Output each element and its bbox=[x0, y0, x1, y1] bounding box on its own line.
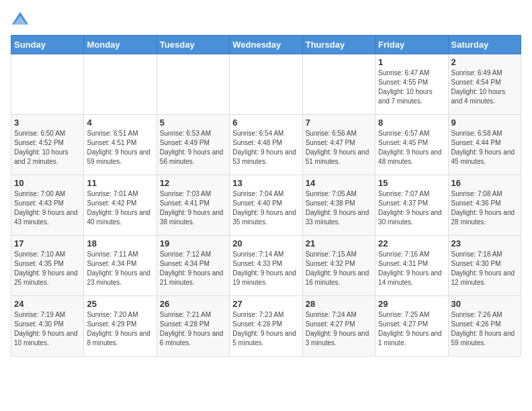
day-number: 21 bbox=[306, 238, 372, 248]
day-number: 14 bbox=[306, 178, 372, 188]
column-header-monday: Monday bbox=[84, 36, 157, 54]
calendar-cell bbox=[230, 54, 302, 115]
day-info: Sunrise: 7:01 AM Sunset: 4:42 PM Dayligh… bbox=[87, 189, 153, 227]
calendar-cell: 11Sunrise: 7:01 AM Sunset: 4:42 PM Dayli… bbox=[84, 175, 157, 236]
week-row-4: 17Sunrise: 7:10 AM Sunset: 4:35 PM Dayli… bbox=[11, 236, 521, 296]
calendar-cell: 7Sunrise: 6:56 AM Sunset: 4:47 PM Daylig… bbox=[302, 115, 375, 175]
header-row: SundayMondayTuesdayWednesdayThursdayFrid… bbox=[11, 36, 521, 54]
day-number: 4 bbox=[87, 118, 153, 128]
calendar-cell bbox=[302, 54, 375, 115]
day-info: Sunrise: 6:53 AM Sunset: 4:49 PM Dayligh… bbox=[160, 129, 226, 167]
week-row-3: 10Sunrise: 7:00 AM Sunset: 4:43 PM Dayli… bbox=[11, 175, 521, 236]
calendar-cell: 14Sunrise: 7:05 AM Sunset: 4:38 PM Dayli… bbox=[302, 175, 375, 236]
calendar-cell: 18Sunrise: 7:11 AM Sunset: 4:34 PM Dayli… bbox=[84, 236, 157, 296]
week-row-5: 24Sunrise: 7:19 AM Sunset: 4:30 PM Dayli… bbox=[11, 296, 521, 357]
calendar-cell: 13Sunrise: 7:04 AM Sunset: 4:40 PM Dayli… bbox=[230, 175, 302, 236]
day-info: Sunrise: 7:14 AM Sunset: 4:33 PM Dayligh… bbox=[232, 250, 299, 287]
day-number: 3 bbox=[14, 118, 81, 128]
column-header-thursday: Thursday bbox=[302, 36, 375, 54]
day-number: 25 bbox=[87, 299, 153, 309]
day-number: 11 bbox=[87, 178, 153, 188]
day-number: 5 bbox=[160, 118, 226, 128]
calendar-cell: 8Sunrise: 6:57 AM Sunset: 4:45 PM Daylig… bbox=[375, 115, 448, 175]
calendar-cell: 4Sunrise: 6:51 AM Sunset: 4:51 PM Daylig… bbox=[84, 115, 157, 175]
day-number: 28 bbox=[306, 299, 372, 309]
day-number: 18 bbox=[87, 238, 153, 248]
day-number: 13 bbox=[232, 178, 299, 188]
day-number: 22 bbox=[378, 238, 445, 248]
day-info: Sunrise: 6:58 AM Sunset: 4:44 PM Dayligh… bbox=[451, 129, 518, 167]
day-info: Sunrise: 7:03 AM Sunset: 4:41 PM Dayligh… bbox=[160, 189, 226, 227]
day-number: 23 bbox=[451, 238, 518, 248]
calendar-cell: 17Sunrise: 7:10 AM Sunset: 4:35 PM Dayli… bbox=[11, 236, 84, 296]
column-header-wednesday: Wednesday bbox=[230, 36, 302, 54]
day-number: 26 bbox=[160, 299, 226, 309]
logo bbox=[11, 11, 32, 30]
column-header-saturday: Saturday bbox=[448, 36, 521, 54]
calendar-cell: 6Sunrise: 6:54 AM Sunset: 4:48 PM Daylig… bbox=[230, 115, 302, 175]
day-info: Sunrise: 7:08 AM Sunset: 4:36 PM Dayligh… bbox=[451, 189, 518, 227]
calendar-cell: 15Sunrise: 7:07 AM Sunset: 4:37 PM Dayli… bbox=[375, 175, 448, 236]
day-number: 8 bbox=[378, 118, 445, 128]
day-info: Sunrise: 7:24 AM Sunset: 4:27 PM Dayligh… bbox=[306, 310, 372, 348]
day-number: 30 bbox=[451, 299, 518, 309]
calendar-cell: 24Sunrise: 7:19 AM Sunset: 4:30 PM Dayli… bbox=[11, 296, 84, 357]
day-info: Sunrise: 6:51 AM Sunset: 4:51 PM Dayligh… bbox=[87, 129, 153, 167]
week-row-2: 3Sunrise: 6:50 AM Sunset: 4:52 PM Daylig… bbox=[11, 115, 521, 175]
calendar-table: SundayMondayTuesdayWednesdayThursdayFrid… bbox=[11, 35, 521, 357]
calendar-cell bbox=[84, 54, 157, 115]
day-number: 29 bbox=[378, 299, 445, 309]
day-info: Sunrise: 7:19 AM Sunset: 4:30 PM Dayligh… bbox=[14, 310, 81, 348]
day-number: 17 bbox=[14, 238, 81, 248]
day-number: 6 bbox=[232, 118, 299, 128]
calendar-cell: 30Sunrise: 7:26 AM Sunset: 4:26 PM Dayli… bbox=[448, 296, 521, 357]
calendar-cell: 23Sunrise: 7:18 AM Sunset: 4:30 PM Dayli… bbox=[448, 236, 521, 296]
calendar-cell: 10Sunrise: 7:00 AM Sunset: 4:43 PM Dayli… bbox=[11, 175, 84, 236]
calendar-cell: 21Sunrise: 7:15 AM Sunset: 4:32 PM Dayli… bbox=[302, 236, 375, 296]
day-info: Sunrise: 6:56 AM Sunset: 4:47 PM Dayligh… bbox=[306, 129, 372, 167]
day-info: Sunrise: 6:49 AM Sunset: 4:54 PM Dayligh… bbox=[451, 68, 518, 106]
column-header-tuesday: Tuesday bbox=[157, 36, 229, 54]
day-info: Sunrise: 6:54 AM Sunset: 4:48 PM Dayligh… bbox=[232, 129, 299, 167]
calendar-cell: 26Sunrise: 7:21 AM Sunset: 4:28 PM Dayli… bbox=[157, 296, 229, 357]
day-number: 24 bbox=[14, 299, 81, 309]
day-info: Sunrise: 6:47 AM Sunset: 4:55 PM Dayligh… bbox=[378, 68, 445, 106]
day-info: Sunrise: 7:04 AM Sunset: 4:40 PM Dayligh… bbox=[232, 189, 299, 227]
day-info: Sunrise: 7:05 AM Sunset: 4:38 PM Dayligh… bbox=[306, 189, 372, 227]
calendar-cell bbox=[11, 54, 84, 115]
day-number: 12 bbox=[160, 178, 226, 188]
calendar-cell: 22Sunrise: 7:16 AM Sunset: 4:31 PM Dayli… bbox=[375, 236, 448, 296]
column-header-sunday: Sunday bbox=[11, 36, 84, 54]
calendar-cell: 16Sunrise: 7:08 AM Sunset: 4:36 PM Dayli… bbox=[448, 175, 521, 236]
calendar-cell: 1Sunrise: 6:47 AM Sunset: 4:55 PM Daylig… bbox=[375, 54, 448, 115]
day-info: Sunrise: 7:07 AM Sunset: 4:37 PM Dayligh… bbox=[378, 189, 445, 227]
day-number: 19 bbox=[160, 238, 226, 248]
day-info: Sunrise: 7:15 AM Sunset: 4:32 PM Dayligh… bbox=[306, 250, 372, 287]
calendar-cell: 9Sunrise: 6:58 AM Sunset: 4:44 PM Daylig… bbox=[448, 115, 521, 175]
calendar-cell: 3Sunrise: 6:50 AM Sunset: 4:52 PM Daylig… bbox=[11, 115, 84, 175]
day-info: Sunrise: 7:20 AM Sunset: 4:29 PM Dayligh… bbox=[87, 310, 153, 348]
calendar-cell: 25Sunrise: 7:20 AM Sunset: 4:29 PM Dayli… bbox=[84, 296, 157, 357]
day-number: 1 bbox=[378, 57, 445, 67]
day-number: 27 bbox=[232, 299, 299, 309]
day-info: Sunrise: 7:00 AM Sunset: 4:43 PM Dayligh… bbox=[14, 189, 81, 227]
day-number: 16 bbox=[451, 178, 518, 188]
calendar-cell: 20Sunrise: 7:14 AM Sunset: 4:33 PM Dayli… bbox=[230, 236, 302, 296]
page-header bbox=[11, 11, 521, 30]
day-info: Sunrise: 7:21 AM Sunset: 4:28 PM Dayligh… bbox=[160, 310, 226, 348]
calendar-cell: 2Sunrise: 6:49 AM Sunset: 4:54 PM Daylig… bbox=[448, 54, 521, 115]
calendar-cell: 5Sunrise: 6:53 AM Sunset: 4:49 PM Daylig… bbox=[157, 115, 229, 175]
day-info: Sunrise: 7:12 AM Sunset: 4:34 PM Dayligh… bbox=[160, 250, 226, 287]
day-info: Sunrise: 7:16 AM Sunset: 4:31 PM Dayligh… bbox=[378, 250, 445, 287]
day-number: 15 bbox=[378, 178, 445, 188]
day-number: 7 bbox=[306, 118, 372, 128]
calendar-cell: 28Sunrise: 7:24 AM Sunset: 4:27 PM Dayli… bbox=[302, 296, 375, 357]
day-info: Sunrise: 6:57 AM Sunset: 4:45 PM Dayligh… bbox=[378, 129, 445, 167]
day-number: 2 bbox=[451, 57, 518, 67]
day-info: Sunrise: 7:10 AM Sunset: 4:35 PM Dayligh… bbox=[14, 250, 81, 287]
day-info: Sunrise: 6:50 AM Sunset: 4:52 PM Dayligh… bbox=[14, 129, 81, 167]
day-info: Sunrise: 7:11 AM Sunset: 4:34 PM Dayligh… bbox=[87, 250, 153, 287]
day-number: 9 bbox=[451, 118, 518, 128]
day-info: Sunrise: 7:18 AM Sunset: 4:30 PM Dayligh… bbox=[451, 250, 518, 287]
calendar-cell: 19Sunrise: 7:12 AM Sunset: 4:34 PM Dayli… bbox=[157, 236, 229, 296]
